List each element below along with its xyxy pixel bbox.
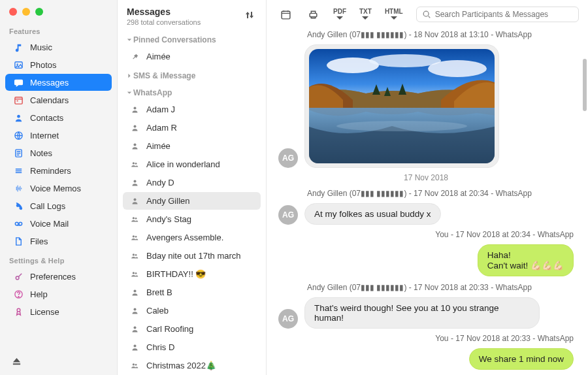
avatar: AG	[278, 205, 298, 225]
sidebar-item-files[interactable]: Files	[5, 233, 112, 250]
group-pinned[interactable]: Pinned Conversations	[118, 30, 266, 47]
sidebar-item-photos[interactable]: Photos	[5, 56, 112, 73]
conversation-item[interactable]: Christmas 2022🎄	[123, 357, 261, 374]
conversation-label: Aimée	[146, 141, 171, 151]
print-button[interactable]	[306, 7, 320, 22]
primary-sidebar: Features MusicPhotosMessagesCalendarsCon…	[0, 0, 118, 375]
svg-point-28	[133, 289, 136, 292]
chat-scroll[interactable]: AG Andy Gillen (07▮▮▮ ▮▮▮▮▮▮) - 18 Nov 2…	[267, 26, 588, 375]
nav-label: Calendars	[30, 95, 69, 105]
search-input[interactable]	[435, 10, 573, 19]
printer-icon	[308, 9, 319, 20]
outgoing-message[interactable]: Haha! Can't wait! 💪🏻💪🏻💪🏻	[478, 244, 574, 276]
conversation-item[interactable]: Aimée	[123, 137, 261, 155]
sort-button[interactable]	[242, 8, 257, 22]
svg-point-13	[133, 106, 136, 109]
sidebar-item-reminders[interactable]: Reminders	[5, 162, 112, 179]
zoom-window-button[interactable]	[35, 8, 43, 16]
nav-label: Voice Memos	[30, 184, 81, 193]
sidebar-item-call-logs[interactable]: Call Logs	[5, 197, 112, 214]
chat-scrollbar[interactable]	[583, 59, 587, 111]
export-txt-label: TXT	[359, 8, 372, 15]
conversation-item[interactable]: Chris D	[123, 338, 261, 356]
incoming-message[interactable]: That's weird though! See you at 10 you s…	[304, 297, 540, 329]
conversation-item[interactable]: Avengers Assemble.	[123, 229, 261, 246]
sidebar-item-voice-mail[interactable]: Voice Mail	[5, 215, 112, 232]
message-meta: You - 17 Nov 2018 at 20:33 - WhatsApp	[433, 334, 574, 343]
export-html-button[interactable]: HTML	[385, 8, 403, 20]
license-icon	[13, 306, 24, 317]
nav-label: Internet	[30, 131, 59, 140]
conversation-item[interactable]: Adam R	[123, 119, 261, 137]
nav-label: Files	[30, 236, 48, 246]
svg-rect-35	[310, 13, 317, 16]
conversation-label: Aimée	[146, 52, 171, 61]
export-txt-button[interactable]: TXT	[359, 8, 372, 20]
svg-point-29	[133, 308, 136, 310]
conversation-item[interactable]: Andy D	[123, 174, 261, 191]
search-box[interactable]	[416, 7, 579, 22]
conversation-item[interactable]: Aimée	[123, 48, 261, 65]
svg-point-20	[133, 217, 135, 219]
group-whatsapp[interactable]: WhatsApp	[118, 83, 266, 100]
svg-point-32	[133, 363, 135, 365]
person-icon	[129, 178, 140, 187]
nav-label: Preferences	[30, 272, 76, 282]
sidebar-item-calendars[interactable]: Calendars	[5, 91, 112, 108]
sidebar-item-music[interactable]: Music	[5, 39, 112, 56]
conversation-item[interactable]: Andy's Stag	[123, 210, 261, 228]
minimize-window-button[interactable]	[22, 8, 30, 16]
group-icon	[129, 361, 140, 370]
conversation-item[interactable]: Alice in wonderland	[123, 155, 261, 173]
export-pdf-button[interactable]: PDF	[333, 8, 346, 20]
sidebar-item-preferences[interactable]: Preferences	[5, 268, 112, 285]
sidebar-item-contacts[interactable]: Contacts	[5, 109, 112, 126]
svg-point-17	[135, 163, 137, 165]
sidebar-item-help[interactable]: Help	[5, 285, 112, 302]
image-attachment[interactable]	[304, 44, 499, 168]
conversation-item[interactable]: BIRTHDAY!! 😎	[123, 265, 261, 283]
calllogs-icon	[13, 201, 24, 211]
sidebar-item-voice-memos[interactable]: Voice Memos	[5, 180, 112, 197]
conversations-scroll[interactable]: Pinned Conversations Aimée SMS & iMessag…	[118, 30, 266, 375]
main-panel: PDF TXT HTML AG Andy Gillen (07▮▮▮ ▮▮	[267, 0, 588, 375]
incoming-message[interactable]: At my folkes as usual buddy x	[304, 203, 441, 225]
conversation-item[interactable]: Adam J	[123, 101, 261, 118]
conversation-item[interactable]: Andy Gillen	[123, 192, 261, 210]
group-sms[interactable]: SMS & iMessage	[118, 66, 266, 83]
svg-point-1	[16, 63, 18, 65]
svg-point-33	[135, 364, 137, 366]
group-icon	[129, 252, 140, 260]
svg-point-26	[133, 272, 135, 274]
person-icon	[129, 105, 140, 114]
person-icon	[129, 197, 140, 205]
sidebar-item-license[interactable]: License	[5, 303, 112, 320]
sort-icon	[244, 10, 255, 20]
conversation-item[interactable]: Bday nite out 17th march	[123, 247, 261, 265]
notes-icon	[13, 148, 24, 158]
nav-label: Call Logs	[30, 201, 65, 211]
calendar-filter-button[interactable]	[278, 7, 293, 22]
svg-point-24	[133, 253, 135, 255]
svg-point-9	[16, 276, 19, 280]
chevron-down-icon	[127, 37, 132, 42]
svg-rect-2	[14, 97, 22, 103]
nav-label: Voice Mail	[30, 219, 69, 229]
close-window-button[interactable]	[9, 8, 17, 16]
sidebar-item-notes[interactable]: Notes	[5, 144, 112, 161]
conversation-item[interactable]: Carl Roofing	[123, 320, 261, 338]
conversation-label: Brett B	[146, 287, 172, 297]
svg-point-36	[423, 11, 429, 16]
sidebar-item-internet[interactable]: Internet	[5, 127, 112, 144]
outgoing-message[interactable]: We share 1 mind now	[469, 348, 574, 370]
conversations-subtitle: 298 total conversations	[127, 18, 201, 26]
sidebar-item-messages[interactable]: Messages	[5, 74, 112, 91]
eject-button[interactable]	[9, 354, 24, 368]
conversation-item[interactable]: Brett B	[123, 284, 261, 301]
svg-point-16	[133, 162, 135, 164]
svg-point-11	[18, 296, 18, 297]
conversation-item[interactable]: Caleb	[123, 302, 261, 319]
person-icon	[129, 343, 140, 351]
conversation-label: Alice in wonderland	[146, 159, 220, 169]
avatar: AG	[278, 309, 298, 329]
